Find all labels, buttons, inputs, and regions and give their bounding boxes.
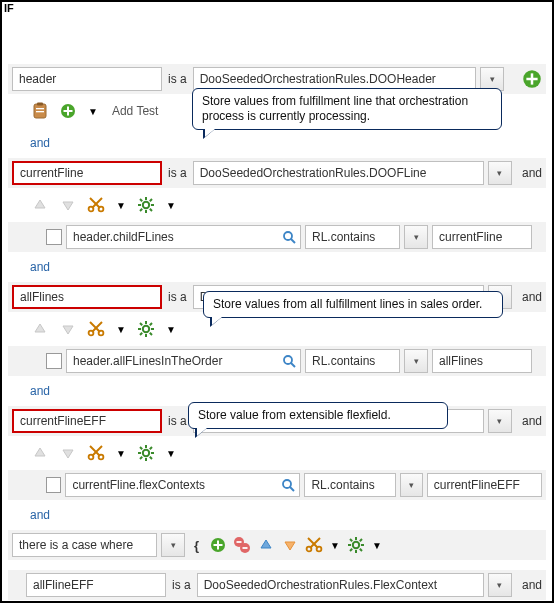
delete-icon[interactable]: [232, 535, 252, 555]
and-trailing: and: [516, 414, 542, 428]
test-toolbar: ▼ ▼: [8, 436, 546, 470]
field-input[interactable]: currentFline.flexContexts: [65, 473, 300, 497]
move-up-icon[interactable]: [30, 319, 50, 339]
callout-flexfield: Store value from extensible flexfield.: [188, 402, 448, 429]
callout-currentfline: Store values from fulfillment line that …: [192, 88, 502, 130]
search-icon[interactable]: [281, 353, 297, 369]
and-trailing: and: [516, 166, 542, 180]
move-up-icon[interactable]: [30, 195, 50, 215]
operator-input[interactable]: RL.contains: [305, 225, 400, 249]
section-label: IF: [4, 2, 14, 14]
field-input[interactable]: header.allFLinesInTheOrder: [66, 349, 301, 373]
clipboard-icon[interactable]: [30, 101, 50, 121]
move-up-icon[interactable]: [30, 443, 50, 463]
operator-dropdown[interactable]: ▾: [404, 225, 428, 249]
test-row: currentFline.flexContexts RL.contains ▾ …: [8, 470, 546, 500]
alias-input-allflineeff[interactable]: allFlineEFF: [26, 573, 166, 597]
move-down-icon[interactable]: [58, 319, 78, 339]
add-icon[interactable]: [208, 535, 228, 555]
alias-input-header[interactable]: header: [12, 67, 162, 91]
pattern-row-currentfline: currentFline is a DooSeededOrchestration…: [8, 158, 546, 188]
caret-icon[interactable]: ▼: [370, 540, 384, 551]
rhs-input[interactable]: allFlines: [432, 349, 532, 373]
test-checkbox[interactable]: [46, 229, 62, 245]
and-link[interactable]: and: [26, 505, 54, 525]
case-dropdown[interactable]: ▾: [161, 533, 185, 557]
field-input[interactable]: header.childFLines: [66, 225, 301, 249]
caret-icon[interactable]: ▼: [164, 200, 178, 211]
alias-input-allflines[interactable]: allFlines: [12, 285, 162, 309]
and-link[interactable]: and: [26, 381, 54, 401]
type-input-allflineeff[interactable]: DooSeededOrchestrationRules.FlexContext: [197, 573, 484, 597]
cut-scissors-icon[interactable]: [86, 195, 106, 215]
is-a-label: is a: [166, 290, 189, 304]
type-dropdown[interactable]: ▾: [488, 409, 512, 433]
cut-scissors-icon[interactable]: [86, 443, 106, 463]
rhs-input[interactable]: currentFline: [432, 225, 532, 249]
search-icon[interactable]: [281, 229, 297, 245]
add-pattern-button[interactable]: [522, 69, 542, 89]
test-row: header.childFLines RL.contains ▾ current…: [8, 222, 546, 252]
move-down-orange-icon[interactable]: [280, 535, 300, 555]
brace-open: {: [189, 538, 204, 553]
cut-scissors-icon[interactable]: [86, 319, 106, 339]
alias-input-currentfline[interactable]: currentFline: [12, 161, 162, 185]
gear-settings-icon[interactable]: [346, 535, 366, 555]
caret-icon[interactable]: ▼: [164, 324, 178, 335]
operator-dropdown[interactable]: ▾: [404, 349, 428, 373]
caret-icon[interactable]: ▼: [114, 324, 128, 335]
gear-settings-icon[interactable]: [136, 319, 156, 339]
caret-icon[interactable]: ▼: [164, 448, 178, 459]
is-a-label: is a: [170, 578, 193, 592]
pattern-row-allflineeff: allFlineEFF is a DooSeededOrchestrationR…: [8, 570, 546, 600]
caret-icon[interactable]: ▼: [114, 200, 128, 211]
type-dropdown[interactable]: ▾: [488, 573, 512, 597]
type-dropdown[interactable]: ▾: [488, 161, 512, 185]
type-input-currentfline[interactable]: DooSeededOrchestrationRules.DOOFLine: [193, 161, 484, 185]
add-test-caret-icon[interactable]: ▼: [86, 106, 100, 117]
operator-input[interactable]: RL.contains: [305, 349, 400, 373]
alias-input-currentflineeff[interactable]: currentFlineEFF: [12, 409, 162, 433]
move-up-blue-icon[interactable]: [256, 535, 276, 555]
is-a-label: is a: [166, 414, 189, 428]
operator-input[interactable]: RL.contains: [304, 473, 395, 497]
gear-settings-icon[interactable]: [136, 443, 156, 463]
and-trailing: and: [516, 578, 542, 592]
add-test-plus-icon[interactable]: [58, 101, 78, 121]
gear-settings-icon[interactable]: [136, 195, 156, 215]
case-row: there is a case where ▾ { ▼ ▼: [8, 530, 546, 560]
and-link[interactable]: and: [26, 257, 54, 277]
caret-icon[interactable]: ▼: [328, 540, 342, 551]
test-toolbar: ▼ ▼: [8, 188, 546, 222]
caret-icon[interactable]: ▼: [114, 448, 128, 459]
move-down-icon[interactable]: [58, 443, 78, 463]
rhs-input[interactable]: currentFlineEFF: [427, 473, 542, 497]
move-down-icon[interactable]: [58, 195, 78, 215]
test-checkbox[interactable]: [46, 353, 62, 369]
and-link[interactable]: and: [26, 133, 54, 153]
search-icon[interactable]: [280, 477, 296, 493]
test-row: header.allFLinesInTheOrder RL.contains ▾…: [8, 346, 546, 376]
operator-dropdown[interactable]: ▾: [400, 473, 423, 497]
cut-scissors-icon[interactable]: [304, 535, 324, 555]
add-test-label[interactable]: Add Test: [112, 104, 158, 118]
test-checkbox[interactable]: [46, 477, 61, 493]
is-a-label: is a: [166, 72, 189, 86]
and-trailing: and: [516, 290, 542, 304]
callout-allflines: Store values from all fulfillment lines …: [203, 291, 503, 318]
case-selector[interactable]: there is a case where: [12, 533, 157, 557]
is-a-label: is a: [166, 166, 189, 180]
